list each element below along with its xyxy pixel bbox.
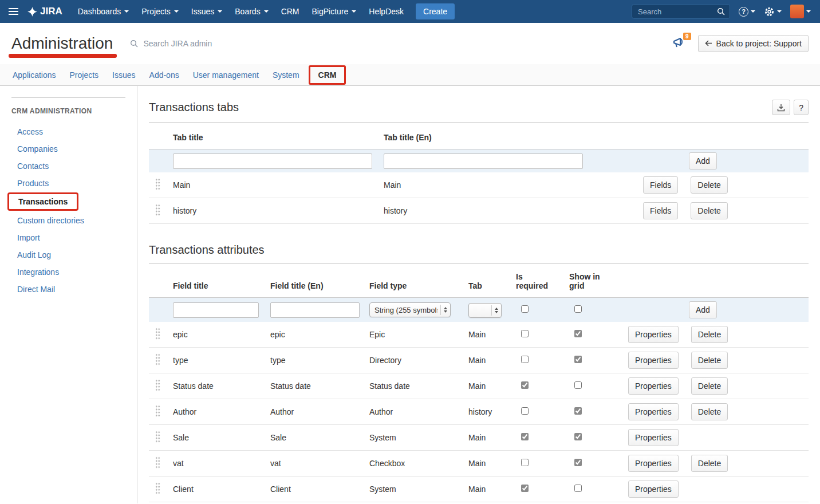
jira-logo[interactable]: JIRA — [26, 6, 72, 17]
delete-button[interactable]: Delete — [691, 455, 728, 472]
column-header-field-title: Field title — [173, 273, 270, 297]
tab-cell: history — [468, 407, 516, 416]
sidebar-item-import[interactable]: Import — [0, 229, 137, 246]
field-type-cell: Checkbox — [369, 459, 468, 468]
admin-tab-user-management[interactable]: User management — [186, 70, 266, 80]
is-required-checkbox[interactable] — [521, 433, 529, 440]
is-required-checkbox[interactable] — [521, 381, 529, 389]
sidebar-item-direct-mail[interactable]: Direct Mail — [0, 281, 137, 298]
sidebar-item-contacts[interactable]: Contacts — [0, 158, 137, 175]
show-in-grid-checkbox[interactable] — [574, 407, 582, 415]
sidebar-item-audit-log[interactable]: Audit Log — [0, 246, 137, 263]
drag-handle-icon[interactable] — [155, 204, 160, 216]
feedback-button[interactable]: 9 — [673, 37, 688, 50]
notification-badge: 9 — [683, 33, 691, 40]
new-field-title-input[interactable] — [173, 302, 259, 318]
delete-button[interactable]: Delete — [691, 176, 727, 194]
is-required-checkbox[interactable] — [521, 485, 529, 492]
show-in-grid-checkbox[interactable] — [574, 459, 582, 466]
add-attribute-button[interactable]: Add — [689, 301, 717, 318]
is-required-checkbox[interactable] — [521, 330, 529, 337]
help-button[interactable]: ? — [794, 100, 809, 115]
tab-select[interactable] — [468, 303, 502, 318]
topbar-menu-dashboards[interactable]: Dashboards — [72, 0, 136, 23]
properties-button[interactable]: Properties — [628, 455, 679, 472]
show-in-grid-checkbox[interactable] — [574, 381, 582, 389]
back-to-project-button[interactable]: Back to project: Support — [698, 35, 809, 52]
new-is-required-checkbox[interactable] — [521, 305, 529, 313]
drag-handle-icon[interactable] — [155, 353, 160, 365]
topbar-menu-helpdesk[interactable]: HelpDesk — [362, 0, 410, 23]
topbar-search-input[interactable] — [637, 7, 717, 17]
fields-button[interactable]: Fields — [643, 202, 678, 219]
drag-handle-icon[interactable] — [155, 379, 160, 391]
tab-cell: Main — [468, 356, 516, 365]
is-required-checkbox[interactable] — [521, 407, 529, 415]
tab-cell: Main — [468, 381, 516, 391]
show-in-grid-checkbox[interactable] — [574, 433, 582, 440]
topbar-menu-boards[interactable]: Boards — [228, 0, 274, 23]
topbar-menu-crm[interactable]: CRM — [275, 0, 306, 23]
show-in-grid-checkbox[interactable] — [574, 485, 582, 492]
page-title: Administration — [11, 34, 113, 53]
help-menu[interactable]: ? — [739, 7, 755, 17]
sidebar-item-custom-directories[interactable]: Custom directories — [0, 212, 137, 229]
drag-handle-icon[interactable] — [155, 328, 160, 340]
is-required-checkbox[interactable] — [521, 356, 529, 363]
drag-handle-icon[interactable] — [155, 405, 160, 417]
delete-button[interactable]: Delete — [691, 377, 728, 395]
admin-header: Administration 9 Back to project: Suppor… — [0, 23, 820, 64]
create-button[interactable]: Create — [416, 3, 455, 19]
add-tab-button[interactable]: Add — [689, 152, 717, 170]
sidebar-item-integrations[interactable]: Integrations — [0, 263, 137, 281]
admin-tab-addons[interactable]: Add-ons — [143, 70, 186, 80]
show-in-grid-checkbox[interactable] — [574, 330, 582, 337]
export-button[interactable] — [772, 100, 790, 115]
topbar-menu-projects[interactable]: Projects — [135, 0, 185, 23]
hamburger-menu-icon[interactable] — [0, 0, 26, 23]
chevron-down-icon — [806, 10, 811, 15]
properties-button[interactable]: Properties — [628, 377, 679, 395]
new-show-in-grid-checkbox[interactable] — [574, 305, 582, 313]
new-tab-title-input[interactable] — [173, 153, 372, 169]
admin-search-input[interactable] — [142, 38, 268, 49]
drag-handle-icon[interactable] — [155, 482, 160, 494]
admin-settings-menu[interactable] — [764, 6, 782, 17]
is-required-checkbox[interactable] — [521, 459, 529, 466]
admin-tab-issues[interactable]: Issues — [105, 70, 142, 80]
properties-button[interactable]: Properties — [628, 352, 679, 369]
sidebar-item-companies[interactable]: Companies — [0, 140, 137, 158]
drag-handle-icon[interactable] — [155, 456, 160, 468]
show-in-grid-checkbox[interactable] — [574, 356, 582, 363]
delete-button[interactable]: Delete — [691, 352, 728, 369]
properties-button[interactable]: Properties — [628, 326, 679, 343]
user-profile-menu[interactable] — [790, 5, 811, 18]
new-field-title-en-input[interactable] — [270, 302, 360, 318]
transactions-attributes-table: Field title Field title (En) Field type … — [149, 263, 809, 502]
admin-tab-crm[interactable]: CRM — [312, 70, 344, 80]
sidebar-item-transactions[interactable]: Transactions — [18, 197, 68, 206]
new-tab-title-en-input[interactable] — [384, 153, 583, 169]
delete-button[interactable]: Delete — [691, 403, 728, 420]
field-title-en-cell: vat — [270, 459, 369, 468]
topbar-menu-issues[interactable]: Issues — [185, 0, 228, 23]
topbar-menu-bigpicture[interactable]: BigPicture — [306, 0, 363, 23]
sidebar-item-products[interactable]: Products — [0, 175, 137, 192]
sidebar-item-access[interactable]: Access — [0, 123, 137, 140]
admin-tab-projects[interactable]: Projects — [63, 70, 106, 80]
delete-button[interactable]: Delete — [691, 326, 728, 343]
tabs-section-title: Transactions tabs — [149, 101, 239, 114]
delete-button[interactable]: Delete — [691, 202, 727, 219]
properties-button[interactable]: Properties — [628, 429, 679, 446]
admin-tab-system[interactable]: System — [266, 70, 306, 80]
fields-button[interactable]: Fields — [643, 176, 678, 194]
properties-button[interactable]: Properties — [628, 403, 679, 420]
drag-handle-icon[interactable] — [155, 431, 160, 443]
field-type-cell: System — [369, 433, 468, 442]
arrow-left-icon — [705, 40, 712, 47]
admin-tabs: Applications Projects Issues Add-ons Use… — [0, 64, 820, 86]
admin-tab-applications[interactable]: Applications — [6, 70, 63, 80]
field-type-select[interactable]: String (255 symbols) — [369, 302, 451, 317]
properties-button[interactable]: Properties — [628, 481, 679, 498]
drag-handle-icon[interactable] — [155, 178, 160, 190]
